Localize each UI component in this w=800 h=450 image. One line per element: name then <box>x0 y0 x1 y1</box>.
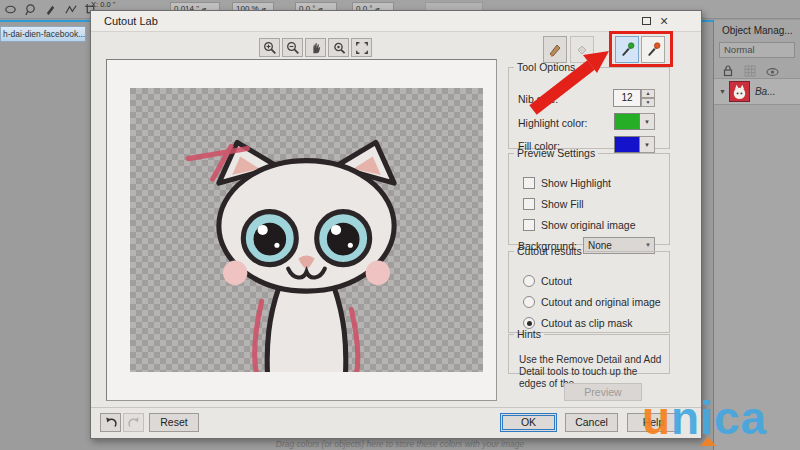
fit-to-window-button[interactable] <box>351 38 372 57</box>
maximize-icon[interactable] <box>642 17 651 25</box>
highlight-color-picker[interactable]: ▼ <box>614 113 655 130</box>
preview-frame <box>106 59 497 401</box>
spinner-arrows[interactable]: ▲▼ <box>641 89 655 107</box>
hints-heading: Hints <box>514 328 544 340</box>
add-detail-tool-button[interactable] <box>615 36 639 63</box>
property-bar-icons <box>4 3 97 16</box>
cutout-results-group: Cutout results Cutout Cutout and origina… <box>508 245 670 333</box>
object-row-background[interactable]: ▼ Ba... <box>714 78 800 105</box>
redo-icon <box>127 416 141 430</box>
expand-caret-icon[interactable]: ▼ <box>719 88 726 95</box>
status-bar-hint: Drag colors (or objects) here to store t… <box>0 439 800 449</box>
reset-button[interactable]: Reset <box>149 413 199 432</box>
nib-size-value[interactable]: 12 <box>613 89 641 107</box>
preview-canvas[interactable] <box>130 88 483 372</box>
ok-button[interactable]: OK <box>500 413 557 432</box>
show-highlight-checkbox[interactable]: Show Highlight <box>523 177 611 189</box>
docker-title: Object Manag... <box>722 25 800 36</box>
object-name: Ba... <box>755 86 776 97</box>
highlight-color-label: Highlight color: <box>518 117 587 129</box>
cutout-results-heading: Cutout results <box>514 245 585 257</box>
cancel-button[interactable]: Cancel <box>565 413 618 432</box>
tool-options-heading: Tool Options <box>514 61 578 73</box>
chevron-down-icon[interactable]: ▼ <box>640 113 655 130</box>
checkbox-label: Show Highlight <box>541 177 611 189</box>
polyline-tool-icon[interactable] <box>64 3 77 16</box>
checkbox-label: Show Fill <box>541 198 584 210</box>
checkbox-icon[interactable] <box>523 198 535 210</box>
radio-label: Cutout and original image <box>541 296 661 308</box>
cat-image <box>174 138 439 372</box>
divider <box>91 407 701 408</box>
inside-fill-tool-button <box>570 36 594 63</box>
object-thumbnail <box>729 81 750 102</box>
show-fill-checkbox[interactable]: Show Fill <box>523 198 584 210</box>
nib-size-label: Nib size: <box>518 93 558 105</box>
dialog-title: Cutout Lab <box>104 15 158 27</box>
zoom-in-button[interactable] <box>259 38 280 57</box>
pan-hand-button[interactable] <box>305 38 326 57</box>
undo-button[interactable] <box>100 413 121 432</box>
photo-paint-workspace: X: 0.0 " Y: 0. 0.014 " ▴▾ 100 % ▴▾ 0.0 °… <box>0 0 800 450</box>
hints-group: Hints Use the Remove Detail and Add Deta… <box>508 328 670 374</box>
radio-icon[interactable] <box>523 275 535 287</box>
object-manager-docker: Object Manag... Normal ▼ Ba... <box>713 20 800 450</box>
pen-tool-icon[interactable] <box>44 3 57 16</box>
lasso-tool-icon[interactable] <box>24 3 37 16</box>
cutout-lab-dialog: Cutout Lab × <box>90 10 702 439</box>
remove-detail-tool-button[interactable] <box>641 36 665 63</box>
zoom-selection-button[interactable] <box>328 38 349 57</box>
cutout-and-original-radio[interactable]: Cutout and original image <box>523 296 661 308</box>
redo-button[interactable] <box>123 413 144 432</box>
cutout-radio[interactable]: Cutout <box>523 275 572 287</box>
highlighter-tool-button[interactable] <box>543 36 567 63</box>
blend-mode-dropdown[interactable]: Normal <box>719 42 795 58</box>
preview-settings-group: Preview Settings Show Highlight Show Fil… <box>508 147 670 245</box>
checkbox-icon[interactable] <box>523 177 535 189</box>
radio-icon[interactable] <box>523 296 535 308</box>
preview-settings-heading: Preview Settings <box>514 147 598 159</box>
checkbox-label: Show original image <box>541 219 636 231</box>
ellipse-tool-icon[interactable] <box>4 3 17 16</box>
zoom-out-button[interactable] <box>282 38 303 57</box>
nib-size-stepper[interactable]: 12 ▲▼ <box>613 89 655 107</box>
highlight-color-swatch[interactable] <box>614 113 640 130</box>
help-button[interactable]: Help <box>627 413 680 432</box>
radio-label: Cutout <box>541 275 572 287</box>
checkbox-icon[interactable] <box>523 219 535 231</box>
preview-button[interactable]: Preview <box>564 383 642 401</box>
show-original-image-checkbox[interactable]: Show original image <box>523 219 636 231</box>
navigation-toolbar <box>259 38 372 57</box>
dialog-title-bar[interactable]: Cutout Lab × <box>91 11 701 32</box>
tool-options-group: Tool Options Nib size: 12 ▲▼ Highlight c… <box>508 61 670 149</box>
undo-icon <box>104 416 118 430</box>
close-icon[interactable]: × <box>660 12 668 30</box>
document-tab[interactable]: h-dai-dien-facebook... <box>0 26 86 42</box>
